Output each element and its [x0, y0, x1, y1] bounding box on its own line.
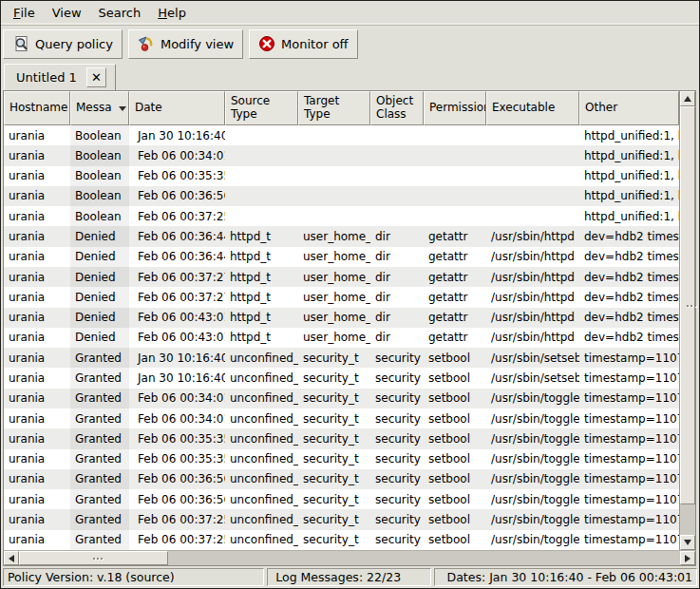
cell-object_class	[370, 166, 424, 186]
horizontal-scroll-track[interactable]	[19, 551, 680, 565]
table-body: uraniaBooleanJan 30 10:16:40httpd_unifie…	[4, 125, 679, 550]
cell-hostname: urania	[4, 186, 70, 206]
cell-permission: getattr	[424, 328, 486, 348]
cell-permission: setbool	[424, 469, 486, 489]
cell-executable: /usr/sbin/toggle	[486, 509, 579, 529]
table-row[interactable]: uraniaDeniedFeb 06 00:36:44httpd_tuser_h…	[4, 247, 679, 267]
table-row[interactable]: uraniaGrantedJan 30 10:16:40unconfined_s…	[4, 368, 679, 388]
cell-other: dev=hdb2 timesta	[579, 308, 679, 328]
vertical-scroll-thumb[interactable]	[680, 106, 695, 504]
column-header-source_type[interactable]: Source Type	[225, 91, 298, 125]
cell-hostname: urania	[4, 469, 70, 489]
cell-other: timestamp=11076	[579, 428, 679, 448]
vertical-scrollbar[interactable]	[679, 91, 695, 550]
cell-object_class	[370, 145, 424, 165]
cell-source_type	[225, 206, 298, 226]
scroll-left-button[interactable]	[4, 551, 19, 565]
table-row[interactable]: uraniaGrantedFeb 06 00:34:01unconfined_s…	[4, 408, 679, 428]
cell-date: Feb 06 00:36:56	[129, 489, 225, 509]
table-row[interactable]: uraniaBooleanFeb 06 00:34:01httpd_unifie…	[4, 145, 679, 165]
column-header-message[interactable]: Messa	[70, 91, 129, 125]
cell-source_type	[225, 166, 298, 186]
cell-target_type: user_home_	[298, 308, 370, 328]
cell-message: Granted	[70, 428, 129, 448]
horizontal-scroll-thumb[interactable]	[19, 551, 168, 565]
cell-hostname: urania	[4, 145, 70, 165]
tab-label: Untitled 1	[16, 70, 77, 85]
horizontal-scrollbar[interactable]	[3, 550, 696, 566]
column-header-hostname[interactable]: Hostname	[4, 91, 70, 125]
menu-item-file[interactable]: File	[5, 1, 44, 25]
modify-view-icon	[138, 35, 155, 52]
column-header-label: Permission	[429, 102, 486, 115]
vertical-scroll-track[interactable]	[680, 106, 695, 535]
menu-item-help[interactable]: Help	[149, 1, 195, 25]
scroll-right-button[interactable]	[680, 551, 695, 565]
column-header-executable[interactable]: Executable	[486, 91, 579, 125]
cell-executable: /usr/sbin/toggle	[486, 389, 579, 408]
cell-date: Feb 06 00:37:27	[129, 287, 225, 307]
cell-source_type: unconfined_	[225, 489, 298, 509]
cell-message: Denied	[70, 308, 129, 328]
tab-untitled-1[interactable]: Untitled 1 ✕	[4, 64, 116, 90]
column-header-object_class[interactable]: Object Class	[370, 91, 424, 125]
table-row[interactable]: uraniaGrantedFeb 06 00:37:25unconfined_s…	[4, 530, 679, 550]
cell-date: Feb 06 00:37:27	[129, 267, 225, 287]
cell-executable: /usr/sbin/setseb	[486, 368, 579, 388]
table-row[interactable]: uraniaGrantedFeb 06 00:37:25unconfined_s…	[4, 509, 679, 529]
table-row[interactable]: uraniaDeniedFeb 06 00:37:27httpd_tuser_h…	[4, 287, 679, 307]
cell-target_type: security_t	[298, 389, 370, 408]
table-row[interactable]: uraniaBooleanFeb 06 00:35:35httpd_unifie…	[4, 166, 679, 186]
column-header-date[interactable]: Date	[129, 91, 225, 125]
cell-other: httpd_unified:1, ht	[579, 166, 679, 186]
table-row[interactable]: uraniaGrantedFeb 06 00:36:56unconfined_s…	[4, 489, 679, 509]
cell-date: Feb 06 00:36:56	[129, 186, 225, 206]
table-header: HostnameMessaDateSource TypeTarget TypeO…	[4, 91, 679, 125]
cell-source_type: unconfined_	[225, 428, 298, 448]
cell-message: Granted	[70, 469, 129, 489]
table-row[interactable]: uraniaGrantedFeb 06 00:34:01unconfined_s…	[4, 389, 679, 408]
table-row[interactable]: uraniaDeniedFeb 06 00:36:44httpd_tuser_h…	[4, 226, 679, 246]
table-row[interactable]: uraniaDeniedFeb 06 00:43:01httpd_tuser_h…	[4, 308, 679, 328]
monitor-off-button[interactable]: Monitor off	[249, 29, 357, 59]
menu-item-view[interactable]: View	[44, 1, 90, 25]
cell-executable	[486, 206, 579, 226]
table-row[interactable]: uraniaBooleanFeb 06 00:37:25httpd_unifie…	[4, 206, 679, 226]
column-header-target_type[interactable]: Target Type	[298, 91, 370, 125]
modify-view-button[interactable]: Modify view	[128, 29, 243, 59]
cell-other: timestamp=11076	[579, 389, 679, 408]
cell-target_type: user_home_	[298, 267, 370, 287]
table-row[interactable]: uraniaBooleanFeb 06 00:36:56httpd_unifie…	[4, 186, 679, 206]
cell-source_type: unconfined_	[225, 469, 298, 489]
table-row[interactable]: uraniaBooleanJan 30 10:16:40httpd_unifie…	[4, 125, 679, 145]
column-header-permission[interactable]: Permission	[424, 91, 486, 125]
scroll-down-button[interactable]	[680, 535, 695, 550]
cell-message: Boolean	[70, 166, 129, 186]
scroll-up-button[interactable]	[680, 91, 695, 106]
toolbar: Query policy Modify view	[1, 26, 699, 62]
tab-close-button[interactable]: ✕	[86, 67, 106, 87]
cell-date: Feb 06 00:35:35	[129, 449, 225, 469]
cell-target_type: security_t	[298, 408, 370, 428]
table-row[interactable]: uraniaDeniedFeb 06 00:43:01httpd_tuser_h…	[4, 328, 679, 348]
cell-date: Feb 06 00:43:01	[129, 308, 225, 328]
column-header-label: Hostname	[9, 102, 67, 115]
table-row[interactable]: uraniaGrantedFeb 06 00:36:56unconfined_s…	[4, 469, 679, 489]
cell-permission	[424, 166, 486, 186]
cell-other: timestamp=11076	[579, 489, 679, 509]
cell-date: Feb 06 00:43:01	[129, 328, 225, 348]
query-policy-button[interactable]: Query policy	[3, 29, 123, 59]
cell-permission: getattr	[424, 308, 486, 328]
table-row[interactable]: uraniaGrantedJan 30 10:16:40unconfined_s…	[4, 348, 679, 368]
column-header-label: Object Class	[376, 95, 420, 122]
cell-source_type: httpd_t	[225, 247, 298, 267]
table-row[interactable]: uraniaGrantedFeb 06 00:35:35unconfined_s…	[4, 428, 679, 448]
table-row[interactable]: uraniaGrantedFeb 06 00:35:35unconfined_s…	[4, 449, 679, 469]
cell-object_class: security	[370, 428, 424, 448]
table-row[interactable]: uraniaDeniedFeb 06 00:37:27httpd_tuser_h…	[4, 267, 679, 287]
column-header-other[interactable]: Other	[579, 91, 679, 125]
cell-other: dev=hdb2 timesta	[579, 328, 679, 348]
menu-item-search[interactable]: Search	[90, 1, 150, 25]
cell-message: Granted	[70, 348, 129, 368]
cell-other: dev=hdb2 timesta	[579, 247, 679, 267]
